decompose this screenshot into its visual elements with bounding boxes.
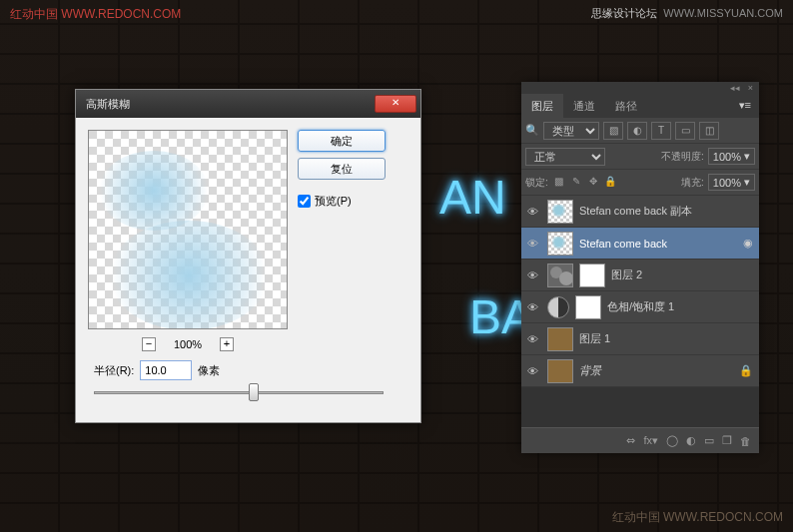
layer-mask-thumbnail[interactable] — [579, 264, 605, 287]
layer-thumbnail[interactable] — [547, 200, 573, 224]
layer-thumbnail[interactable] — [547, 327, 573, 351]
layer-name[interactable]: 图层 2 — [611, 267, 757, 282]
layer-row[interactable]: 👁 背景 🔒 — [521, 355, 759, 387]
layer-name[interactable]: Stefan come back 副本 — [579, 204, 757, 219]
search-icon: 🔍 — [525, 124, 539, 137]
layer-name[interactable]: 色相/饱和度 1 — [607, 299, 757, 314]
tab-channels[interactable]: 通道 — [563, 94, 605, 118]
layer-thumbnail[interactable] — [547, 359, 573, 383]
opacity-label: 不透明度: — [661, 150, 704, 164]
layer-row[interactable]: 👁 色相/饱和度 1 — [521, 291, 759, 323]
watermark-top-left: 红动中国 WWW.REDOCN.COM — [10, 6, 181, 23]
fx-icon[interactable]: fx▾ — [643, 434, 658, 447]
preview-content — [99, 151, 209, 231]
new-layer-icon[interactable]: ❐ — [722, 434, 732, 447]
adjustment-icon[interactable] — [547, 296, 569, 318]
radius-slider[interactable] — [94, 384, 384, 400]
tab-paths[interactable]: 路径 — [605, 94, 647, 118]
visibility-icon[interactable]: 👁 — [523, 206, 541, 218]
slider-track — [94, 391, 384, 394]
filter-effect-icon[interactable]: ◉ — [739, 237, 757, 250]
panel-menu-icon[interactable]: ▾≡ — [731, 94, 759, 118]
preview-label: 预览(P) — [315, 194, 352, 209]
fill-input[interactable]: 100%▾ — [708, 174, 755, 191]
preview-checkbox-row[interactable]: 预览(P) — [298, 194, 386, 209]
new-adjustment-icon[interactable]: ◐ — [686, 434, 696, 447]
radius-unit: 像素 — [198, 363, 220, 378]
filter-text-icon[interactable]: T — [651, 122, 671, 140]
lock-all-icon[interactable]: 🔒 — [603, 176, 617, 190]
layer-row[interactable]: 👁 Stefan come back ◉ — [521, 228, 759, 260]
dialog-titlebar[interactable]: 高斯模糊 ✕ — [76, 90, 420, 118]
visibility-icon[interactable]: 👁 — [523, 301, 541, 313]
lock-position-icon[interactable]: ✥ — [586, 176, 600, 190]
opacity-input[interactable]: 100%▾ — [708, 148, 755, 165]
tab-layers[interactable]: 图层 — [521, 94, 563, 118]
new-group-icon[interactable]: ▭ — [704, 434, 714, 447]
filter-shape-icon[interactable]: ▭ — [675, 122, 695, 140]
lock-paint-icon[interactable]: ✎ — [569, 176, 583, 190]
ok-button[interactable]: 确定 — [298, 130, 386, 152]
layers-panel: ◂◂ × 图层 通道 路径 ▾≡ 🔍 类型 ▧ ◐ T ▭ ◫ 正常 不透明度:… — [521, 82, 759, 453]
zoom-out-button[interactable]: − — [142, 337, 156, 351]
close-button[interactable]: ✕ — [375, 95, 416, 113]
layer-name[interactable]: Stefan come back — [579, 238, 733, 250]
watermark-top-right: 思缘设计论坛WWW.MISSYUAN.COM — [591, 6, 783, 21]
preview-area[interactable] — [88, 130, 288, 329]
radius-input[interactable] — [140, 360, 192, 380]
lock-label: 锁定: — [525, 176, 548, 190]
filter-smart-icon[interactable]: ◫ — [699, 122, 719, 140]
gaussian-blur-dialog: 高斯模糊 ✕ − 100% + 确定 复位 预览(P) 半径(R): 像素 — [75, 89, 421, 423]
dialog-title: 高斯模糊 — [86, 97, 375, 112]
blend-mode-select[interactable]: 正常 — [525, 148, 605, 166]
zoom-level: 100% — [174, 338, 202, 350]
filter-adjust-icon[interactable]: ◐ — [627, 122, 647, 140]
layer-thumbnail[interactable] — [547, 232, 573, 256]
visibility-icon[interactable]: 👁 — [523, 269, 541, 281]
layer-row[interactable]: 👁 Stefan come back 副本 — [521, 196, 759, 228]
lock-icon: 🔒 — [735, 364, 757, 377]
watermark-bottom-right: 红动中国 WWW.REDOCN.COM — [612, 509, 783, 526]
reset-button[interactable]: 复位 — [298, 158, 386, 180]
radius-label: 半径(R): — [94, 363, 134, 378]
layer-name[interactable]: 图层 1 — [579, 331, 757, 346]
layer-thumbnail[interactable] — [547, 264, 573, 287]
neon-text-1: AN — [439, 170, 506, 225]
layer-row[interactable]: 👁 图层 2 — [521, 260, 759, 291]
slider-thumb[interactable] — [249, 383, 259, 401]
preview-checkbox[interactable] — [298, 195, 311, 208]
visibility-icon[interactable]: 👁 — [523, 365, 541, 377]
filter-type-select[interactable]: 类型 — [543, 122, 599, 140]
layers-empty-area — [521, 387, 759, 427]
delete-layer-icon[interactable]: 🗑 — [740, 435, 751, 447]
close-panel-icon[interactable]: × — [748, 83, 753, 93]
layer-name[interactable]: 背景 — [579, 363, 729, 378]
visibility-icon[interactable]: 👁 — [523, 238, 541, 250]
lock-transparency-icon[interactable]: ▩ — [552, 176, 566, 190]
add-mask-icon[interactable]: ◯ — [666, 434, 678, 447]
layer-mask-thumbnail[interactable] — [575, 295, 601, 319]
collapse-icon[interactable]: ◂◂ — [730, 83, 740, 93]
zoom-in-button[interactable]: + — [220, 337, 234, 351]
preview-content — [109, 221, 269, 329]
filter-image-icon[interactable]: ▧ — [603, 122, 623, 140]
link-layers-icon[interactable]: ⇔ — [626, 434, 635, 447]
fill-label: 填充: — [681, 176, 704, 190]
visibility-icon[interactable]: 👁 — [523, 333, 541, 345]
layer-row[interactable]: 👁 图层 1 — [521, 323, 759, 355]
